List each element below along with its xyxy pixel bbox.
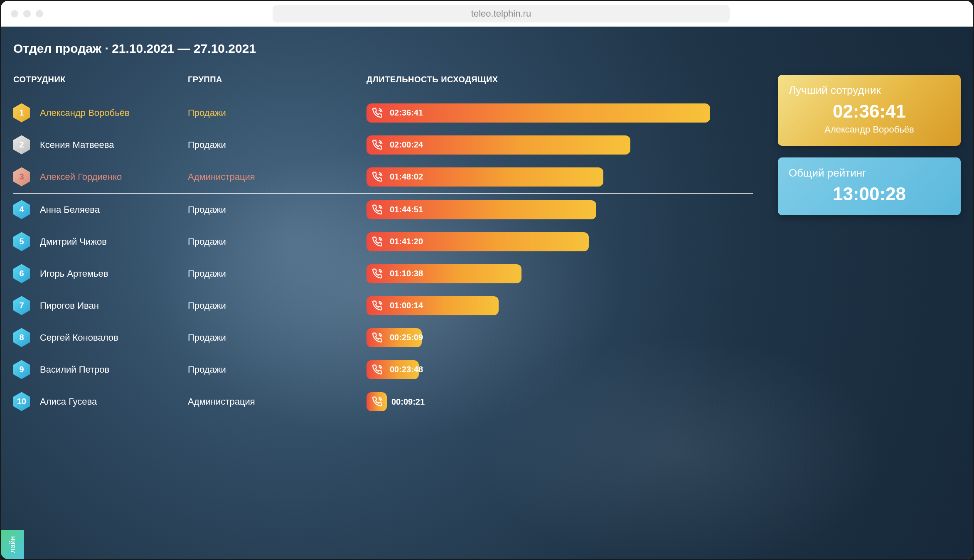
window-controls [11,10,43,17]
card-best-title: Лучший сотрудник [789,84,950,97]
employee-cell: 5Дмитрий Чижов [13,232,188,251]
group-cell: Продажи [188,204,366,215]
employee-cell: 7Пирогов Иван [13,296,188,315]
duration-bar: 01:41:20 [366,232,589,251]
group-cell: Продажи [188,236,366,247]
phone-outgoing-icon [372,140,383,150]
group-cell: Продажи [188,332,366,343]
leaderboard-rows: 1Александр ВоробьёвПродажи02:36:412Ксени… [13,97,753,418]
card-total-title: Общий рейтинг [789,167,950,179]
employee-name: Алиса Гусева [40,396,97,407]
app-viewport: Отдел продаж · 21.10.2021 — 27.10.2021 С… [1,27,973,559]
group-cell: Продажи [188,300,366,311]
employee-name: Александр Воробьёв [40,108,130,118]
phone-outgoing-icon [372,396,383,407]
duration-bar-wrap: 01:41:20 [366,232,753,251]
group-cell: Продажи [188,108,366,118]
leaderboard-row[interactable]: 2Ксения МатвееваПродажи02:00:24 [13,129,753,161]
employee-cell: 3Алексей Гордиенко [13,167,188,187]
close-window-icon[interactable] [11,10,18,17]
phone-outgoing-icon [372,172,383,182]
page-title: Отдел продаж · 21.10.2021 — 27.10.2021 [13,42,753,56]
rank-badge: 9 [13,360,30,379]
employee-cell: 6Игорь Артемьев [13,264,188,283]
employee-name: Дмитрий Чижов [40,236,107,247]
employee-name: Игорь Артемьев [40,268,108,279]
duration-cell: 02:36:41 [366,103,753,123]
employee-cell: 10Алиса Гусева [13,392,188,411]
leaderboard-row[interactable]: 4Анна БеляеваПродажи01:44:51 [13,194,753,226]
employee-name: Анна Беляева [40,204,100,215]
rank-badge: 1 [13,103,30,123]
employee-name: Ксения Матвеева [40,140,114,150]
rank-badge: 4 [13,200,30,219]
phone-outgoing-icon [372,268,383,279]
col-header-duration: ДЛИТЕЛЬНОСТЬ ИСХОДЯЩИХ [366,75,753,84]
duration-bar-wrap: 00:25:09 [366,328,753,347]
duration-label: 02:36:41 [390,108,423,118]
url-text: teleo.telphin.ru [471,8,531,19]
leaderboard-row[interactable]: 10Алиса ГусеваАдминистрация00:09:21 [13,386,753,418]
duration-label: 00:09:21 [391,397,425,406]
employee-cell: 9Василий Петров [13,360,188,379]
leaderboard-row[interactable]: 1Александр ВоробьёвПродажи02:36:41 [13,97,753,129]
employee-name: Пирогов Иван [40,300,99,311]
duration-label: 01:41:20 [390,237,423,246]
rank-badge: 10 [13,392,30,411]
rank-badge: 7 [13,296,30,315]
leaderboard-row[interactable]: 9Василий ПетровПродажи00:23:48 [13,354,753,386]
duration-cell: 02:00:24 [366,135,753,155]
duration-cell: 00:25:09 [366,328,753,347]
employee-name: Василий Петров [40,364,109,375]
duration-bar-wrap: 01:44:51 [366,200,753,219]
duration-label: 00:25:09 [390,333,423,342]
url-bar[interactable]: teleo.telphin.ru [273,5,730,22]
duration-bar-wrap: 02:00:24 [366,135,753,155]
rank-badge: 5 [13,232,30,251]
duration-cell: 01:48:02 [366,167,753,187]
employee-cell: 2Ксения Матвеева [13,135,188,155]
duration-bar: 01:48:02 [366,167,603,187]
leaderboard-row[interactable]: 8Сергей КоноваловПродажи00:25:09 [13,322,753,354]
duration-cell: 01:10:38 [366,264,753,283]
duration-cell: 00:23:48 [366,360,753,379]
browser-window: teleo.telphin.ru Отдел продаж · 21.10.20… [1,1,973,559]
phone-outgoing-icon [372,236,383,247]
phone-outgoing-icon [372,332,383,343]
card-best-subtitle: Александр Воробьёв [789,124,950,135]
employee-cell: 1Александр Воробьёв [13,103,188,123]
card-best-value: 02:36:41 [789,101,950,122]
group-cell: Продажи [188,268,366,279]
duration-label: 01:00:14 [390,301,423,310]
rank-badge: 2 [13,135,30,155]
maximize-window-icon[interactable] [36,10,43,17]
duration-cell: 01:44:51 [366,200,753,219]
duration-label: 00:23:48 [390,365,423,374]
leaderboard-row[interactable]: 3Алексей ГордиенкоАдминистрация01:48:02 [13,161,753,193]
card-total-rating: Общий рейтинг 13:00:28 [778,157,961,215]
rank-badge: 6 [13,264,30,283]
duration-cell: 01:41:20 [366,232,753,251]
table-header: СОТРУДНИК ГРУППА ДЛИТЕЛЬНОСТЬ ИСХОДЯЩИХ [13,75,753,84]
duration-bar: 02:36:41 [366,103,710,123]
leaderboard-row[interactable]: 7Пирогов ИванПродажи01:00:14 [13,290,753,322]
rank-badge: 3 [13,167,30,187]
duration-label: 01:48:02 [390,172,423,182]
rank-badge: 8 [13,328,30,347]
duration-cell: 00:09:21 [366,392,753,411]
duration-bar: 01:44:51 [366,200,596,219]
duration-bar [366,392,387,411]
leaderboard-row[interactable]: 5Дмитрий ЧижовПродажи01:41:20 [13,226,753,258]
phone-outgoing-icon [372,108,383,118]
duration-label: 01:10:38 [390,269,423,278]
duration-bar: 00:23:48 [366,360,419,379]
employee-name: Сергей Коновалов [40,332,118,343]
minimize-window-icon[interactable] [23,10,31,17]
leaderboard-row[interactable]: 6Игорь АртемьевПродажи01:10:38 [13,258,753,290]
card-best-employee: Лучший сотрудник 02:36:41 Александр Воро… [778,75,961,146]
col-header-group: ГРУППА [188,75,366,84]
group-cell: Администрация [188,172,366,182]
duration-bar-wrap: 00:23:48 [366,360,753,379]
phone-outgoing-icon [372,204,383,215]
group-cell: Администрация [188,396,366,407]
